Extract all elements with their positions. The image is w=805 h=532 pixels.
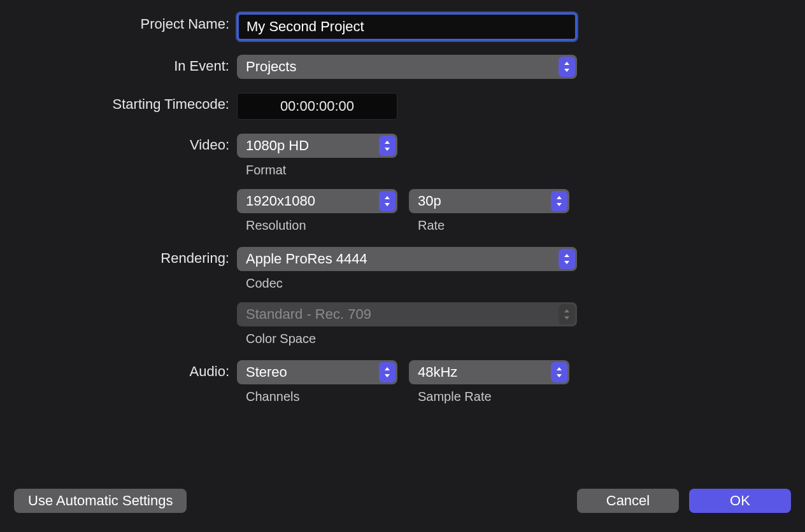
updown-icon [379,136,395,156]
sublabel-resolution: Resolution [246,218,397,233]
updown-icon [559,304,575,325]
cancel-button[interactable]: Cancel [577,489,679,513]
sample-rate-value: 48kHz [418,364,457,381]
ok-button[interactable]: OK [689,489,791,513]
updown-icon [379,362,395,382]
row-in-event: In Event: Projects [0,55,805,79]
resolution-value: 1920x1080 [246,193,315,209]
label-project-name: Project Name: [0,13,237,32]
sublabel-codec: Codec [246,276,577,291]
row-video: Video: 1080p HD Format [0,134,805,178]
sublabel-rate: Rate [418,218,569,233]
updown-icon [559,57,575,77]
label-rendering: Rendering: [0,247,237,267]
row-starting-timecode: Starting Timecode: [0,93,805,120]
channels-value: Stereo [246,364,287,381]
use-automatic-settings-button[interactable]: Use Automatic Settings [14,489,187,513]
rate-select[interactable]: 30p [409,189,569,213]
sample-rate-select[interactable]: 48kHz [409,360,569,384]
project-settings-form: Project Name: In Event: Projects Startin… [0,0,805,404]
updown-icon [379,191,395,211]
in-event-value: Projects [246,59,296,75]
updown-icon [551,362,567,382]
color-space-value: Standard - Rec. 709 [246,306,371,323]
dialog-footer: Use Automatic Settings Cancel OK [14,489,791,513]
channels-select[interactable]: Stereo [237,360,397,384]
codec-value: Apple ProRes 4444 [246,251,367,267]
updown-icon [559,249,575,269]
row-audio: Audio: Stereo Channels 48kHz [0,360,805,404]
codec-select[interactable]: Apple ProRes 4444 [237,247,577,271]
label-in-event: In Event: [0,55,237,74]
updown-icon [551,191,567,211]
video-format-value: 1080p HD [246,137,309,154]
video-format-select[interactable]: 1080p HD [237,134,397,158]
row-rendering: Rendering: Apple ProRes 4444 Codec [0,247,805,291]
label-audio: Audio: [0,360,237,380]
in-event-select[interactable]: Projects [237,55,577,79]
color-space-select: Standard - Rec. 709 [237,302,577,326]
sublabel-format: Format [246,163,397,178]
project-name-input[interactable] [237,13,577,41]
row-color-space: Standard - Rec. 709 Color Space [0,302,805,346]
row-project-name: Project Name: [0,13,805,41]
sublabel-color-space: Color Space [246,332,577,346]
label-starting-timecode: Starting Timecode: [0,93,237,113]
resolution-select[interactable]: 1920x1080 [237,189,397,213]
sublabel-sample-rate: Sample Rate [418,389,569,404]
sublabel-channels: Channels [246,389,397,404]
label-video: Video: [0,134,237,153]
row-resolution-rate: 1920x1080 Resolution 30p Rate [0,189,805,233]
rate-value: 30p [418,193,441,209]
starting-timecode-input[interactable] [237,93,397,120]
